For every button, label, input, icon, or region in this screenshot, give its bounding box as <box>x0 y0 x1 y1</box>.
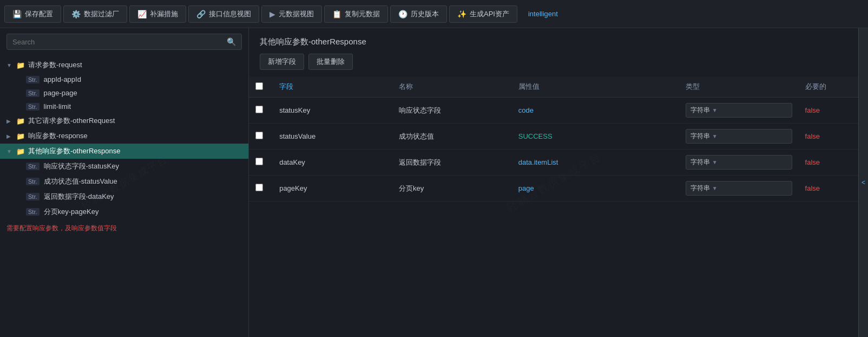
folder-icon: 📁 <box>16 132 25 140</box>
search-bar[interactable]: 🔍 <box>6 34 242 50</box>
copy-icon: 📋 <box>332 10 341 18</box>
data-filter-button[interactable]: ⚙️ 数据过滤厂 <box>63 5 127 23</box>
table-row: pageKey 分页key page 字符串 ▼ false <box>249 176 858 202</box>
table-wrapper[interactable]: 字段 名称 属性值 类型 必要的 statusKey 响应状态字段 code 字… <box>249 76 858 337</box>
row-required: false <box>799 124 858 150</box>
tree-item-statusvalue[interactable]: Str. 成功状态值-statusValue <box>0 174 248 189</box>
history-label: 历史版本 <box>411 9 439 19</box>
type-select[interactable]: 字符串 ▼ <box>686 129 792 144</box>
play-icon: ▶ <box>269 10 275 18</box>
chevron-down-icon: ▼ <box>712 133 718 139</box>
toolbar: 💾 保存配置 ⚙️ 数据过滤厂 📈 补漏措施 🔗 接口信息视图 ▶ 元数据视图 … <box>0 0 868 28</box>
row-checkbox-cell <box>249 124 273 150</box>
table-row: statusValue 成功状态值 SUCCESS 字符串 ▼ false <box>249 124 858 150</box>
th-type: 类型 <box>679 76 799 98</box>
tree-item-response-params[interactable]: ▶ 📁 响应参数-response <box>0 128 248 144</box>
row-attr: page <box>512 176 679 202</box>
th-field: 字段 <box>273 76 392 98</box>
row-attr: code <box>512 98 679 124</box>
tree-item-label: 返回数据字段-dataKey <box>44 192 242 202</box>
sparkle-icon: ✨ <box>457 10 466 18</box>
search-input[interactable] <box>12 38 222 46</box>
type-value: 字符串 <box>691 158 710 167</box>
clock-icon: 🕐 <box>398 10 407 18</box>
tree-item-label: limit-limit <box>44 102 242 111</box>
tree-item-datakey[interactable]: Str. 返回数据字段-dataKey <box>0 189 248 204</box>
gear-icon: ⚙️ <box>71 10 81 18</box>
row-type: 字符串 ▼ <box>679 98 799 124</box>
copy-meta-button[interactable]: 📋 复制元数据 <box>324 5 388 23</box>
collapse-icon: < <box>862 179 865 186</box>
history-button[interactable]: 🕐 历史版本 <box>390 5 447 23</box>
tree-item-label: appId-appId <box>44 75 242 83</box>
str-badge: Str. <box>26 193 40 200</box>
row-checkbox-2[interactable] <box>255 158 263 165</box>
folder-icon: 📁 <box>16 117 25 125</box>
expand-arrow: ▼ <box>6 148 13 154</box>
row-required: false <box>799 98 858 124</box>
sidebar: 轻易云数据集成平台 🔍 ▼ 📁 请求参数-request Str. appId-… <box>0 28 249 337</box>
tree-item-label: 分页key-pageKey <box>44 207 242 217</box>
str-badge: Str. <box>26 103 40 111</box>
batch-delete-button[interactable]: 批量删除 <box>308 54 353 70</box>
type-select[interactable]: 字符串 ▼ <box>686 181 792 196</box>
tree-item-other-request[interactable]: ▶ 📁 其它请求参数-otherRequest <box>0 113 248 128</box>
interface-view-button[interactable]: 🔗 接口信息视图 <box>188 5 259 23</box>
content-area: 轻易云数据集成平台 其他响应参数-otherResponse 新增字段 批量删除… <box>249 28 858 337</box>
row-checkbox-cell <box>249 150 273 176</box>
chevron-down-icon: ▼ <box>712 159 718 165</box>
row-field: statusValue <box>273 124 392 150</box>
type-select[interactable]: 字符串 ▼ <box>686 103 792 118</box>
row-type: 字符串 ▼ <box>679 150 799 176</box>
row-type: 字符串 ▼ <box>679 124 799 150</box>
row-field: dataKey <box>273 150 392 176</box>
tree-item-label: 其它请求参数-otherRequest <box>28 116 242 126</box>
search-icon: 🔍 <box>227 37 236 46</box>
supplement-label: 补漏措施 <box>150 9 178 19</box>
save-config-button[interactable]: 💾 保存配置 <box>4 5 61 23</box>
tree: ▼ 📁 请求参数-request Str. appId-appId Str. p… <box>0 55 248 337</box>
tree-item-statuskey[interactable]: Str. 响应状态字段-statusKey <box>0 159 248 174</box>
tree-item-pagekey[interactable]: Str. 分页key-pageKey <box>0 204 248 219</box>
row-name: 分页key <box>392 176 512 202</box>
tree-item-label: 响应参数-response <box>28 131 242 141</box>
str-badge: Str. <box>26 163 40 170</box>
row-checkbox-0[interactable] <box>255 106 263 113</box>
save-config-label: 保存配置 <box>25 9 53 19</box>
str-badge: Str. <box>26 178 40 185</box>
content-actions: 新增字段 批量删除 <box>249 54 858 76</box>
tree-item-page[interactable]: Str. page-page <box>0 86 248 100</box>
copy-meta-label: 复制元数据 <box>345 9 380 19</box>
row-checkbox-1[interactable] <box>255 132 263 139</box>
type-value: 字符串 <box>691 106 710 115</box>
str-badge: Str. <box>26 89 40 97</box>
th-name: 名称 <box>392 76 512 98</box>
row-required: false <box>799 176 858 202</box>
select-all-checkbox[interactable] <box>255 82 263 90</box>
expand-arrow: ▶ <box>6 118 13 124</box>
row-checkbox-3[interactable] <box>255 184 263 191</box>
link-icon: 🔗 <box>196 10 206 18</box>
supplement-button[interactable]: 📈 补漏措施 <box>129 5 186 23</box>
type-select[interactable]: 字符串 ▼ <box>686 155 792 170</box>
tree-item-label: page-page <box>44 89 242 97</box>
th-checkbox <box>249 76 273 98</box>
tree-item-appid[interactable]: Str. appId-appId <box>0 73 248 86</box>
generate-api-button[interactable]: ✨ 生成API资产 <box>449 5 517 23</box>
tree-item-limit[interactable]: Str. limit-limit <box>0 100 248 113</box>
type-value: 字符串 <box>691 132 710 141</box>
table-row: dataKey 返回数据字段 data.itemList 字符串 ▼ false <box>249 150 858 176</box>
str-badge: Str. <box>26 76 40 83</box>
tree-item-label: 响应状态字段-statusKey <box>44 161 242 171</box>
intelligent-link[interactable]: intelligent <box>522 10 564 18</box>
tree-item-label: 请求参数-request <box>28 60 242 70</box>
meta-view-button[interactable]: ▶ 元数据视图 <box>261 5 322 23</box>
add-field-button[interactable]: 新增字段 <box>260 54 304 70</box>
generate-api-label: 生成API资产 <box>470 9 509 19</box>
main-layout: 轻易云数据集成平台 🔍 ▼ 📁 请求参数-request Str. appId-… <box>0 28 868 337</box>
tree-item-label: 其他响应参数-otherResponse <box>28 146 242 156</box>
right-collapse-panel[interactable]: < <box>858 28 868 337</box>
chart-icon: 📈 <box>137 10 147 18</box>
tree-item-other-response[interactable]: ▼ 📁 其他响应参数-otherResponse <box>0 144 248 159</box>
tree-item-request-params[interactable]: ▼ 📁 请求参数-request <box>0 57 248 73</box>
